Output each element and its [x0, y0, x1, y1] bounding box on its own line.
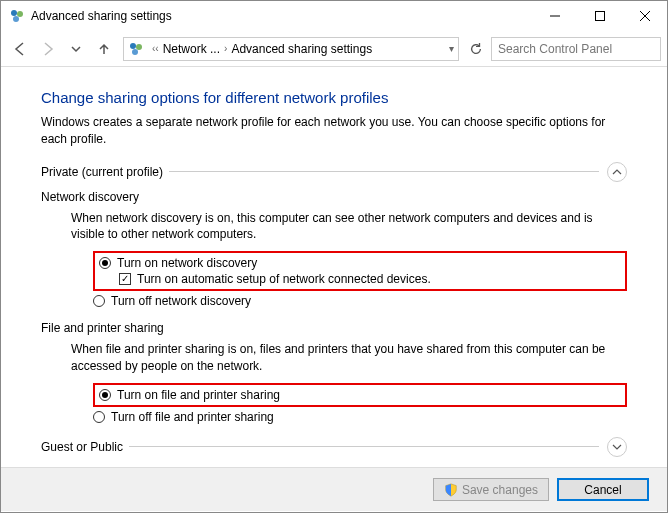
- network-discovery-heading: Network discovery: [41, 190, 627, 204]
- collapse-private-button[interactable]: [607, 162, 627, 182]
- svg-rect-4: [595, 12, 604, 21]
- radio-nd-off-label: Turn off network discovery: [111, 294, 251, 308]
- svg-point-8: [136, 44, 142, 50]
- svg-point-1: [17, 11, 23, 17]
- cancel-button-label: Cancel: [584, 483, 621, 497]
- highlight-network-discovery: Turn on network discovery Turn on automa…: [93, 251, 627, 291]
- breadcrumb[interactable]: ‹‹ Network ... › Advanced sharing settin…: [123, 37, 459, 61]
- history-dropdown[interactable]: [63, 36, 89, 62]
- breadcrumb-dropdown-icon[interactable]: ▾: [449, 43, 454, 54]
- radio-fp-off[interactable]: Turn off file and printer sharing: [93, 409, 627, 425]
- radio-fp-off-label: Turn off file and printer sharing: [111, 410, 274, 424]
- checkbox-icon: [119, 273, 131, 285]
- maximize-button[interactable]: [577, 1, 622, 31]
- app-icon: [9, 8, 25, 24]
- cancel-button[interactable]: Cancel: [557, 478, 649, 501]
- page-title: Change sharing options for different net…: [41, 89, 627, 106]
- save-changes-button[interactable]: Save changes: [433, 478, 549, 501]
- section-private-header: Private (current profile): [41, 162, 627, 182]
- footer: Save changes Cancel: [1, 467, 667, 511]
- up-button[interactable]: [91, 36, 117, 62]
- navigation-bar: ‹‹ Network ... › Advanced sharing settin…: [1, 31, 667, 67]
- network-icon: [128, 41, 144, 57]
- search-placeholder: Search Control Panel: [498, 42, 612, 56]
- titlebar: Advanced sharing settings: [1, 1, 667, 31]
- expand-guest-button[interactable]: [607, 437, 627, 457]
- close-button[interactable]: [622, 1, 667, 31]
- svg-point-7: [130, 43, 136, 49]
- chevron-right-icon: ›: [224, 43, 227, 54]
- file-printer-desc: When file and printer sharing is on, fil…: [71, 341, 627, 375]
- file-printer-heading: File and printer sharing: [41, 321, 627, 335]
- breadcrumb-item-advanced[interactable]: Advanced sharing settings: [231, 42, 372, 56]
- svg-point-2: [13, 16, 19, 22]
- breadcrumb-item-network[interactable]: Network ...: [163, 42, 220, 56]
- radio-nd-on[interactable]: Turn on network discovery: [99, 255, 621, 271]
- back-button[interactable]: [7, 36, 33, 62]
- guest-label: Guest or Public: [41, 440, 123, 454]
- radio-icon: [93, 295, 105, 307]
- save-button-label: Save changes: [462, 483, 538, 497]
- highlight-file-printer: Turn on file and printer sharing: [93, 383, 627, 407]
- private-label: Private (current profile): [41, 165, 163, 179]
- section-guest-header: Guest or Public: [41, 437, 627, 457]
- intro-text: Windows creates a separate network profi…: [41, 114, 627, 148]
- radio-nd-off[interactable]: Turn off network discovery: [93, 293, 627, 309]
- network-discovery-desc: When network discovery is on, this compu…: [71, 210, 627, 244]
- radio-icon: [93, 411, 105, 423]
- shield-icon: [444, 483, 458, 497]
- svg-point-0: [11, 10, 17, 16]
- radio-fp-on[interactable]: Turn on file and printer sharing: [99, 387, 621, 403]
- search-input[interactable]: Search Control Panel: [491, 37, 661, 61]
- svg-point-9: [132, 49, 138, 55]
- radio-nd-on-label: Turn on network discovery: [117, 256, 257, 270]
- radio-icon: [99, 257, 111, 269]
- radio-fp-on-label: Turn on file and printer sharing: [117, 388, 280, 402]
- checkbox-auto-setup-label: Turn on automatic setup of network conne…: [137, 272, 431, 286]
- main-content: Change sharing options for different net…: [1, 67, 667, 467]
- window-title: Advanced sharing settings: [31, 9, 172, 23]
- refresh-button[interactable]: [463, 36, 489, 62]
- chevron-left-icon: ‹‹: [152, 43, 159, 54]
- forward-button[interactable]: [35, 36, 61, 62]
- radio-icon: [99, 389, 111, 401]
- minimize-button[interactable]: [532, 1, 577, 31]
- checkbox-auto-setup[interactable]: Turn on automatic setup of network conne…: [119, 271, 621, 287]
